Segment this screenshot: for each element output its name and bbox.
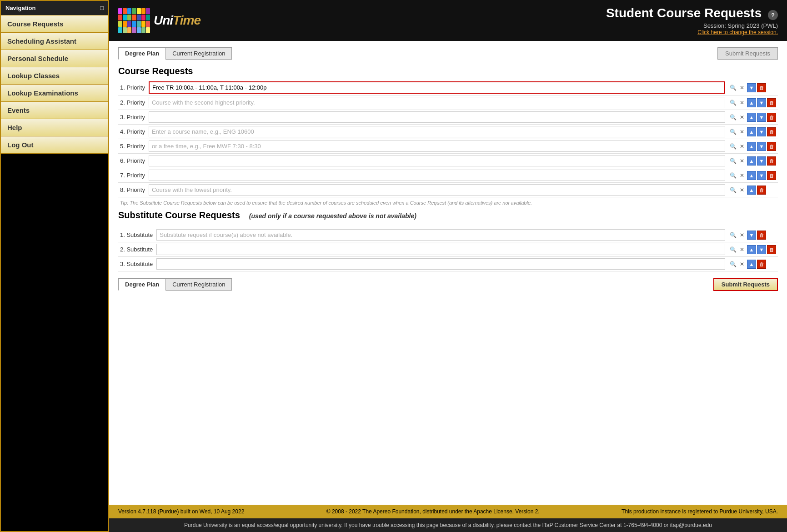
row-icons: 🔍 ✕ ▼ 🗑 bbox=[727, 80, 778, 95]
search-icon[interactable]: 🔍 bbox=[729, 128, 737, 136]
clear-icon[interactable]: ✕ bbox=[738, 171, 746, 180]
clear-icon[interactable]: ✕ bbox=[738, 231, 746, 239]
search-icon[interactable]: 🔍 bbox=[729, 171, 737, 180]
search-icon[interactable]: 🔍 bbox=[729, 246, 737, 254]
move-up-btn[interactable]: ▲ bbox=[747, 98, 756, 107]
clear-icon[interactable]: ✕ bbox=[738, 99, 746, 107]
delete-btn[interactable]: 🗑 bbox=[767, 113, 776, 122]
row-icons: 🔍 ✕ ▲ ▼ 🗑 bbox=[727, 139, 778, 154]
priority-input-3[interactable] bbox=[149, 111, 725, 123]
move-down-btn[interactable]: ▼ bbox=[757, 245, 766, 254]
footer-bottom: Purdue University is an equal access/equ… bbox=[109, 518, 787, 532]
delete-btn[interactable]: 🗑 bbox=[767, 127, 776, 136]
delete-btn[interactable]: 🗑 bbox=[767, 98, 776, 107]
sidebar-item-scheduling-assistant[interactable]: Scheduling Assistant bbox=[1, 33, 108, 50]
tab-degree-plan[interactable]: Degree Plan bbox=[118, 47, 165, 60]
move-up-btn[interactable]: ▲ bbox=[747, 156, 756, 166]
move-down-btn[interactable]: ▼ bbox=[757, 171, 766, 180]
sidebar-item-course-requests[interactable]: Course Requests bbox=[1, 15, 108, 33]
sidebar-item-help[interactable]: Help bbox=[1, 119, 108, 136]
submit-requests-bottom[interactable]: Submit Requests bbox=[713, 278, 778, 291]
priority-input-6[interactable] bbox=[149, 155, 725, 166]
substitute-input-3[interactable] bbox=[156, 258, 725, 270]
search-icon[interactable]: 🔍 bbox=[729, 186, 737, 194]
move-up-btn[interactable]: ▲ bbox=[747, 127, 756, 136]
nav-items: Course RequestsScheduling AssistantPerso… bbox=[1, 15, 108, 154]
priority-input-8[interactable] bbox=[149, 184, 725, 196]
submit-requests-top[interactable]: Submit Requests bbox=[717, 47, 778, 60]
move-up-btn[interactable]: ▲ bbox=[747, 113, 756, 122]
delete-btn[interactable]: 🗑 bbox=[757, 186, 766, 195]
table-row: 6. Priority 🔍 ✕ ▲ ▼ 🗑 bbox=[118, 154, 778, 168]
move-down-btn[interactable]: ▼ bbox=[757, 127, 766, 136]
move-up-btn[interactable]: ▲ bbox=[747, 186, 756, 195]
course-input-cell bbox=[147, 183, 727, 197]
move-down-btn[interactable]: ▼ bbox=[747, 83, 756, 92]
sidebar-item-personal-schedule[interactable]: Personal Schedule bbox=[1, 50, 108, 67]
change-session-link[interactable]: Click here to change the session. bbox=[606, 29, 778, 35]
title-area: Student Course Requests ? Session: Sprin… bbox=[606, 6, 778, 35]
table-row: 8. Priority 🔍 ✕ ▲ 🗑 bbox=[118, 183, 778, 197]
priority-input-2[interactable] bbox=[149, 97, 725, 108]
search-icon[interactable]: 🔍 bbox=[729, 84, 737, 92]
sidebar-item-lookup-examinations[interactable]: Lookup Examinations bbox=[1, 85, 108, 102]
search-icon[interactable]: 🔍 bbox=[729, 260, 737, 268]
priority-label: 7. Priority bbox=[118, 168, 147, 183]
course-input-cell bbox=[147, 110, 727, 125]
sidebar-title: Navigation bbox=[5, 5, 35, 11]
footer-copyright: © 2008 - 2022 The Apereo Foundation, dis… bbox=[326, 508, 540, 515]
search-icon[interactable]: 🔍 bbox=[729, 142, 737, 151]
move-down-btn[interactable]: ▼ bbox=[757, 98, 766, 107]
move-down-btn[interactable]: ▼ bbox=[757, 142, 766, 151]
substitute-label: 1. Substitute bbox=[118, 228, 155, 242]
clear-icon[interactable]: ✕ bbox=[738, 113, 746, 121]
bottom-tab-current-registration[interactable]: Current Registration bbox=[165, 278, 232, 291]
delete-btn[interactable]: 🗑 bbox=[767, 142, 776, 151]
move-down-btn[interactable]: ▼ bbox=[747, 231, 756, 240]
delete-btn[interactable]: 🗑 bbox=[757, 231, 766, 240]
move-up-btn[interactable]: ▲ bbox=[747, 245, 756, 254]
bottom-tab-degree-plan[interactable]: Degree Plan bbox=[118, 278, 165, 291]
priority-requests-table: 1. Priority 🔍 ✕ ▼ 🗑 2. Priority 🔍 ✕ ▲ ▼ … bbox=[118, 80, 778, 197]
priority-label: 2. Priority bbox=[118, 95, 147, 110]
delete-btn[interactable]: 🗑 bbox=[767, 245, 776, 254]
search-icon[interactable]: 🔍 bbox=[729, 157, 737, 165]
delete-btn[interactable]: 🗑 bbox=[767, 156, 776, 166]
priority-input-4[interactable] bbox=[149, 126, 725, 137]
priority-label: 4. Priority bbox=[118, 125, 147, 139]
sidebar-item-lookup-classes[interactable]: Lookup Classes bbox=[1, 67, 108, 85]
search-icon[interactable]: 🔍 bbox=[729, 99, 737, 107]
priority-input-1[interactable] bbox=[149, 81, 725, 94]
course-input-cell bbox=[147, 168, 727, 183]
clear-icon[interactable]: ✕ bbox=[738, 128, 746, 136]
substitute-input-1[interactable] bbox=[156, 229, 725, 241]
move-up-btn[interactable]: ▲ bbox=[747, 260, 756, 269]
move-up-btn[interactable]: ▲ bbox=[747, 142, 756, 151]
move-down-btn[interactable]: ▼ bbox=[757, 156, 766, 166]
delete-btn[interactable]: 🗑 bbox=[757, 260, 766, 269]
substitute-label: 2. Substitute bbox=[118, 242, 155, 257]
row-icons: 🔍 ✕ ▲ 🗑 bbox=[727, 257, 778, 271]
search-icon[interactable]: 🔍 bbox=[729, 231, 737, 239]
move-up-btn[interactable]: ▲ bbox=[747, 171, 756, 180]
clear-icon[interactable]: ✕ bbox=[738, 84, 746, 92]
sidebar-item-log-out[interactable]: Log Out bbox=[1, 136, 108, 154]
main-area: UniTime Student Course Requests ? Sessio… bbox=[109, 0, 787, 532]
substitute-input-2[interactable] bbox=[156, 244, 725, 255]
tip-text: Tip: The Substitute Course Requests belo… bbox=[118, 200, 778, 206]
help-icon[interactable]: ? bbox=[768, 10, 778, 20]
row-icons: 🔍 ✕ ▲ 🗑 bbox=[727, 183, 778, 197]
delete-btn[interactable]: 🗑 bbox=[767, 171, 776, 180]
sidebar-item-events[interactable]: Events bbox=[1, 102, 108, 119]
clear-icon[interactable]: ✕ bbox=[738, 260, 746, 268]
clear-icon[interactable]: ✕ bbox=[738, 186, 746, 194]
move-down-btn[interactable]: ▼ bbox=[757, 113, 766, 122]
tab-current-registration-top[interactable]: Current Registration bbox=[165, 47, 232, 60]
priority-input-7[interactable] bbox=[149, 170, 725, 181]
clear-icon[interactable]: ✕ bbox=[738, 246, 746, 254]
clear-icon[interactable]: ✕ bbox=[738, 157, 746, 165]
clear-icon[interactable]: ✕ bbox=[738, 142, 746, 151]
priority-input-5[interactable] bbox=[149, 141, 725, 152]
search-icon[interactable]: 🔍 bbox=[729, 113, 737, 121]
delete-btn[interactable]: 🗑 bbox=[757, 83, 766, 92]
